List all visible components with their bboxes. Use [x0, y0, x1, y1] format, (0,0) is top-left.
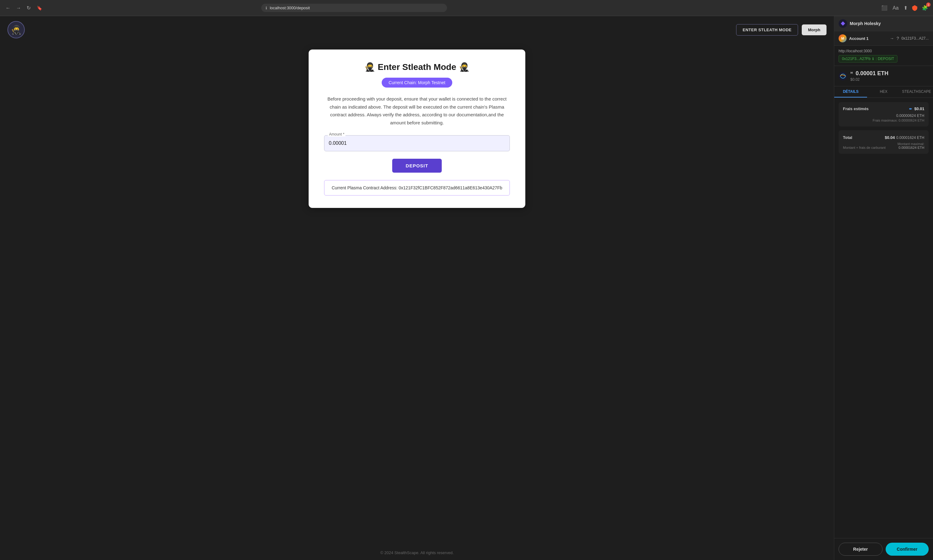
- lock-icon: ℹ: [265, 6, 267, 10]
- ext-balance: ᴹ 0.00001 ETH $0.02: [834, 66, 933, 86]
- ext-title: Morph Holesky: [850, 21, 881, 26]
- logo-emoji: 🥷: [11, 25, 22, 35]
- enter-stealth-mode-button[interactable]: ENTER STLEATH MODE: [736, 24, 798, 35]
- fee-edit-icon: ✏: [909, 107, 912, 111]
- page-content: 🥷 Enter Stleath Mode 🥷 Current Chain: Mo…: [0, 43, 834, 545]
- tab-hex[interactable]: HEX: [867, 86, 900, 97]
- fee-amount-usd: ✏ $0.01: [909, 106, 924, 111]
- reload-button[interactable]: ↻: [25, 4, 32, 12]
- ext-action-buttons: Rejeter Confirmer: [834, 538, 933, 560]
- svg-point-1: [839, 72, 847, 80]
- site-logo: 🥷: [8, 21, 25, 38]
- browser-actions: ⬛ Aa ⬆ 🧩 1: [880, 4, 929, 12]
- total-max-eth: 0.00001624 ETH: [898, 146, 924, 149]
- webpage: 🥷 ENTER STLEATH MODE Morph 🥷 Enter Stlea…: [0, 16, 834, 560]
- notification-count: 1: [926, 3, 930, 7]
- amount-label: Amount *: [328, 132, 345, 137]
- url-display: localhost:3000/deposit: [270, 6, 443, 10]
- deposit-card: 🥷 Enter Stleath Mode 🥷 Current Chain: Mo…: [308, 49, 525, 208]
- chain-badge-container: Current Chain: Morph Testnet: [324, 78, 510, 88]
- site-url: http://localhost:3000: [839, 49, 929, 53]
- tab-details[interactable]: DÉTAILS: [834, 86, 867, 97]
- brave-icon: [911, 5, 918, 11]
- screen-share-button[interactable]: ⬛: [880, 4, 889, 12]
- forward-button[interactable]: →: [14, 4, 23, 12]
- account-avatar: M: [839, 34, 847, 42]
- ext-tabs: DÉTAILS HEX STEALTHSCAPE: [834, 86, 933, 98]
- balance-amount: ᴹ 0.00001 ETH: [850, 70, 888, 77]
- amount-field-wrap: Amount *: [324, 135, 510, 151]
- site-badge: 0x121F3...A27Fb ℹ : DEPOSIT: [839, 55, 898, 63]
- site-badge-action: : DEPOSIT: [876, 57, 894, 61]
- account-help-icon[interactable]: ?: [896, 36, 899, 41]
- contract-address-text: Current Plasma Contract Address: 0x121F3…: [332, 185, 502, 190]
- page-footer: © 2024 StealthScape. All rights reserved…: [0, 545, 834, 560]
- card-title: 🥷 Enter Stleath Mode 🥷: [324, 62, 510, 72]
- contract-address-box: Current Plasma Contract Address: 0x121F3…: [324, 180, 510, 195]
- address-bar[interactable]: ℹ localhost:3000/deposit: [261, 4, 447, 12]
- chain-badge: Current Chain: Morph Testnet: [382, 78, 452, 88]
- back-button[interactable]: ←: [4, 4, 12, 12]
- account-arrow-icon[interactable]: →: [890, 36, 894, 41]
- page-header: 🥷 ENTER STLEATH MODE Morph: [0, 16, 834, 43]
- ext-account-bar[interactable]: M Account 1 → ? 0x121F3...A27...: [834, 31, 933, 46]
- total-sub-row: Montant + frais de carburant Montant max…: [843, 142, 924, 149]
- share-button[interactable]: ⬆: [902, 4, 909, 12]
- fee-card: Frais estimés ✏ $0.01 0.00000624 ETH Fra…: [839, 102, 929, 126]
- total-amounts: $0.04 0.00001624 ETH: [885, 135, 924, 140]
- ext-logo: [839, 19, 847, 28]
- morph-logo-small: [839, 72, 847, 80]
- footer-text: © 2024 StealthScape. All rights reserved…: [380, 551, 453, 555]
- deposit-description: Before proceeding with your deposit, ens…: [324, 95, 510, 126]
- fee-eth: 0.00000624 ETH: [843, 114, 924, 118]
- nav-buttons: ← → ↻: [4, 4, 32, 12]
- amount-input[interactable]: [324, 135, 510, 151]
- extensions-badge[interactable]: 🧩 1: [921, 4, 929, 12]
- tab-stealthscape[interactable]: STEALTHSCAPE: [900, 86, 933, 97]
- site-badge-address: 0x121F3...A27Fb: [842, 57, 870, 61]
- total-header: Total $0.04 0.00001624 ETH: [843, 135, 924, 140]
- info-icon: ℹ: [872, 57, 874, 61]
- balance-info: ᴹ 0.00001 ETH $0.02: [850, 70, 888, 82]
- total-eth: 0.00001624 ETH: [896, 135, 924, 140]
- total-max-label: Montant maximal:: [898, 142, 924, 146]
- balance-usd: $0.02: [850, 77, 888, 82]
- ext-site-info: http://localhost:3000 0x121F3...A27Fb ℹ …: [834, 46, 933, 66]
- account-name: Account 1: [849, 36, 887, 41]
- main-layout: 🥷 ENTER STLEATH MODE Morph 🥷 Enter Stlea…: [0, 16, 933, 560]
- total-label: Total: [843, 135, 852, 140]
- reject-button[interactable]: Rejeter: [839, 543, 882, 556]
- translate-button[interactable]: Aa: [891, 4, 900, 12]
- fee-label: Frais estimés: [843, 106, 868, 111]
- browser-chrome: ← → ↻ 🔖 ℹ localhost:3000/deposit ⬛ Aa ⬆ …: [0, 0, 933, 16]
- account-address-short: 0x121F3...A27...: [901, 36, 929, 40]
- total-usd: $0.04: [885, 135, 895, 140]
- bookmark-button[interactable]: 🔖: [35, 4, 43, 12]
- fee-max: Frais maximaux: 0.00000624 ETH: [843, 118, 924, 122]
- total-card: Total $0.04 0.00001624 ETH Montant + fra…: [839, 130, 929, 154]
- total-max-info: Montant maximal: 0.00001624 ETH: [898, 142, 924, 149]
- total-sub-label: Montant + frais de carburant: [843, 146, 886, 149]
- ext-header: Morph Holesky: [834, 16, 933, 31]
- header-actions: ENTER STLEATH MODE Morph: [736, 24, 827, 35]
- confirm-button[interactable]: Confirmer: [886, 543, 929, 556]
- fee-card-header: Frais estimés ✏ $0.01: [843, 106, 924, 111]
- morph-symbol: ᴹ: [850, 71, 853, 76]
- extension-panel: Morph Holesky M Account 1 → ? 0x121F3...…: [834, 16, 933, 560]
- morph-button[interactable]: Morph: [802, 25, 827, 35]
- deposit-button[interactable]: DEPOSIT: [392, 159, 442, 172]
- ext-body: Frais estimés ✏ $0.01 0.00000624 ETH Fra…: [834, 98, 933, 538]
